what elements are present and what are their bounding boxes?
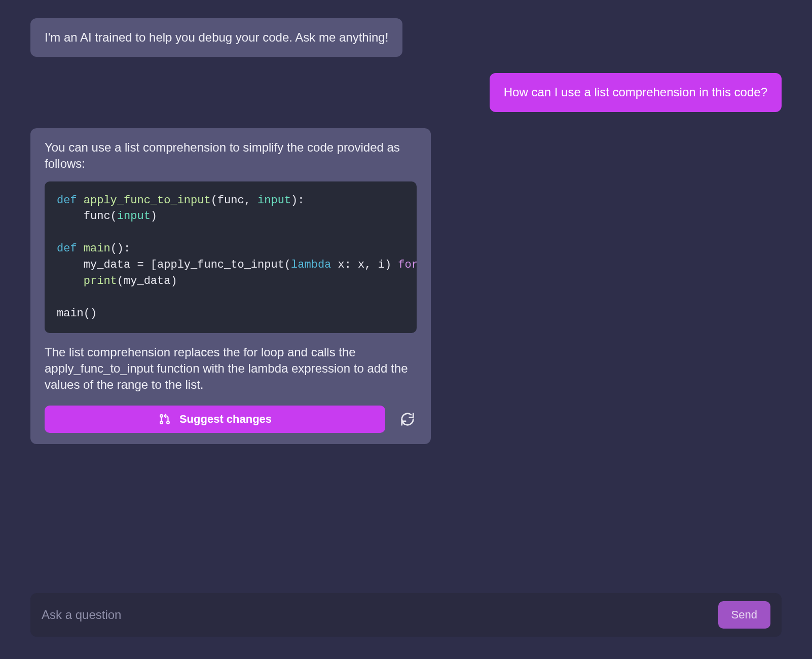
suggest-changes-label: Suggest changes <box>179 413 272 426</box>
message-row-ai-1: I'm an AI trained to help you debug your… <box>30 18 782 57</box>
user-question-text: How can I use a list comprehension in th… <box>504 84 767 100</box>
ai-message-bubble: I'm an AI trained to help you debug your… <box>30 18 402 57</box>
message-row-user-1: How can I use a list comprehension in th… <box>30 73 782 112</box>
chat-app: I'm an AI trained to help you debug your… <box>0 0 812 659</box>
question-input[interactable] <box>42 608 708 622</box>
refresh-icon <box>400 412 415 427</box>
ai-answer-post-text: The list comprehension replaces the for … <box>45 344 417 393</box>
suggest-changes-button[interactable]: Suggest changes <box>45 406 385 433</box>
message-list: I'm an AI trained to help you debug your… <box>30 18 782 444</box>
ai-answer-pre-text: You can use a list comprehension to simp… <box>45 139 417 172</box>
pull-request-icon <box>158 413 171 426</box>
code-block: def apply_func_to_input(func, input): fu… <box>45 181 417 333</box>
action-row: Suggest changes <box>45 406 417 433</box>
message-row-ai-2: You can use a list comprehension to simp… <box>30 128 782 444</box>
send-button[interactable]: Send <box>718 601 770 629</box>
regenerate-button[interactable] <box>398 410 417 428</box>
ai-intro-text: I'm an AI trained to help you debug your… <box>45 29 388 46</box>
composer: Send <box>30 593 782 637</box>
ai-answer-bubble: You can use a list comprehension to simp… <box>30 128 431 444</box>
user-message-bubble: How can I use a list comprehension in th… <box>490 73 782 112</box>
